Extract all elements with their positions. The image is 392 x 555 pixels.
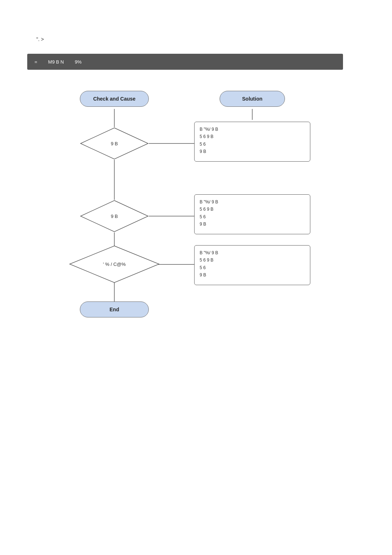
solution-box-1-line2: 5 6 9 B xyxy=(200,133,305,140)
solution-pill: Solution xyxy=(220,91,285,107)
flowchart: Check and Cause Solution 9 B 9 B ' % / C… xyxy=(27,87,343,414)
solution-box-2-line3: 5 6 xyxy=(200,213,305,220)
toolbar-item-1: = xyxy=(34,59,37,65)
diamond-2: 9 B xyxy=(80,200,149,232)
toolbar-item-3: 9% xyxy=(75,59,82,65)
toolbar-item-2: M9 B N xyxy=(48,59,64,65)
solution-box-2: B "%/ 9 B 5 6 9 B 5 6 9 B xyxy=(194,194,310,234)
solution-box-3-line4: 9 B xyxy=(200,271,305,279)
check-and-cause-pill: Check and Cause xyxy=(80,91,149,107)
solution-box-2-line2: 5 6 9 B xyxy=(200,206,305,213)
solution-box-3-line2: 5 6 9 B xyxy=(200,256,305,264)
solution-box-1: B "%/ 9 B 5 6 9 B 5 6 9 B xyxy=(194,122,310,162)
toolbar: = M9 B N 9% xyxy=(27,54,343,70)
solution-box-2-line4: 9 B xyxy=(200,220,305,228)
solution-box-1-line4: 9 B xyxy=(200,148,305,155)
solution-box-2-line1: B "%/ 9 B xyxy=(200,198,305,206)
solution-box-3: B "%/ 9 B 5 6 9 B 5 6 9 B xyxy=(194,245,310,285)
solution-box-3-line3: 5 6 xyxy=(200,264,305,271)
diamond-3: ' % / C@% xyxy=(69,245,160,283)
solution-box-1-line1: B "%/ 9 B xyxy=(200,126,305,133)
diamond-1: 9 B xyxy=(80,127,149,160)
solution-box-3-line1: B "%/ 9 B xyxy=(200,249,305,256)
end-pill: End xyxy=(80,301,149,317)
solution-box-1-line3: 5 6 xyxy=(200,141,305,148)
breadcrumb: ". > xyxy=(36,36,44,42)
